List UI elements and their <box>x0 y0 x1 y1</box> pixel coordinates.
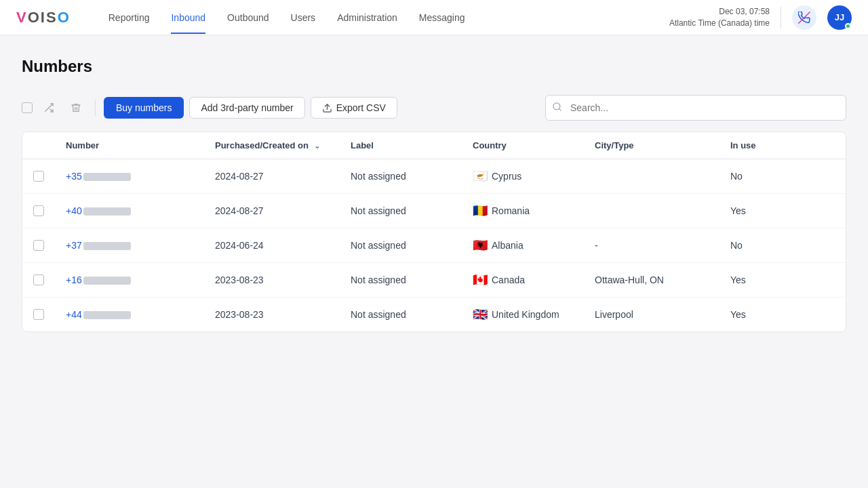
phone-icon-button[interactable] <box>792 5 816 30</box>
sort-icon: ⌄ <box>314 142 320 150</box>
row-country-4: 🇬🇧 United Kingdom <box>462 298 584 332</box>
row-country-1: 🇷🇴 Romania <box>462 194 584 228</box>
row-checkbox-cell <box>22 194 55 228</box>
row-city-0 <box>584 159 719 194</box>
numbers-table: Number Purchased/Created on ⌄ Label Coun… <box>22 131 846 332</box>
row-number-0: +35 <box>55 159 204 194</box>
navbar: VOISO Reporting Inbound Outbound Users A… <box>0 0 868 35</box>
row-country-0: 🇨🇾 Cyprus <box>462 159 584 194</box>
page-title: Numbers <box>22 57 846 76</box>
row-country-name-3: Canada <box>492 274 525 285</box>
select-all-checkbox[interactable] <box>22 102 33 113</box>
row-checkbox-2[interactable] <box>33 240 44 251</box>
row-country-3: 🇨🇦 Canada <box>462 263 584 298</box>
export-csv-label: Export CSV <box>336 102 386 113</box>
number-link-4[interactable]: +44 <box>66 309 82 320</box>
table-row: +40 2024-08-27 Not assigned 🇷🇴 Romania Y… <box>22 194 846 228</box>
datetime: Dec 03, 07:58 Atlantic Time (Canada) tim… <box>669 6 770 29</box>
row-checkbox-4[interactable] <box>33 309 44 320</box>
row-city-2: - <box>584 228 719 263</box>
export-csv-button[interactable]: Export CSV <box>311 97 397 119</box>
row-checkbox-0[interactable] <box>33 171 44 182</box>
number-link-3[interactable]: +16 <box>66 274 82 285</box>
row-label-1: Not assigned <box>340 194 462 228</box>
nav-users[interactable]: Users <box>280 1 327 34</box>
th-created[interactable]: Purchased/Created on ⌄ <box>204 132 340 159</box>
logo-s: S <box>46 9 58 26</box>
row-label-4: Not assigned <box>340 298 462 332</box>
row-country-name-4: United Kingdom <box>492 309 559 320</box>
row-checkbox-cell <box>22 228 55 263</box>
row-inuse-0: No <box>719 159 846 194</box>
table-row: +37 2024-06-24 Not assigned 🇦🇱 Albania -… <box>22 228 846 263</box>
avatar-status-badge <box>845 23 851 29</box>
number-link-1[interactable]: +40 <box>66 205 82 216</box>
row-flag-4: 🇬🇧 <box>473 307 488 322</box>
row-city-1 <box>584 194 719 228</box>
row-country-name-0: Cyprus <box>492 171 521 182</box>
page-content: Numbers Buy numbers Add 3rd-party numbe <box>0 35 868 488</box>
th-checkbox <box>22 132 55 159</box>
row-flag-3: 🇨🇦 <box>473 272 488 287</box>
search-container <box>545 95 846 121</box>
nav-reporting[interactable]: Reporting <box>98 1 161 34</box>
table-row: +35 2024-08-27 Not assigned 🇨🇾 Cyprus No <box>22 159 846 194</box>
logo-o2: O <box>58 9 71 26</box>
row-flag-2: 🇦🇱 <box>473 238 488 253</box>
search-icon <box>552 102 562 114</box>
row-country-name-1: Romania <box>492 205 530 216</box>
nav-right: Dec 03, 07:58 Atlantic Time (Canada) tim… <box>669 5 852 30</box>
nav-inbound[interactable]: Inbound <box>160 1 216 34</box>
row-country-name-2: Albania <box>492 240 524 251</box>
row-inuse-2: No <box>719 228 846 263</box>
row-number-2: +37 <box>55 228 204 263</box>
row-country-2: 🇦🇱 Albania <box>462 228 584 263</box>
th-number: Number <box>55 132 204 159</box>
add-3rdparty-label: Add 3rd-party number <box>201 102 293 113</box>
logo: VOISO <box>16 9 71 26</box>
svg-line-5 <box>559 108 561 110</box>
row-checkbox-1[interactable] <box>33 205 44 216</box>
row-label-3: Not assigned <box>340 263 462 298</box>
buy-numbers-button[interactable]: Buy numbers <box>104 97 184 119</box>
row-checkbox-3[interactable] <box>33 274 44 285</box>
nav-messaging[interactable]: Messaging <box>408 1 476 34</box>
shuffle-icon-button[interactable] <box>38 97 60 119</box>
number-redacted-3 <box>83 277 131 285</box>
row-label-0: Not assigned <box>340 159 462 194</box>
row-checkbox-cell <box>22 159 55 194</box>
th-label: Label <box>340 132 462 159</box>
row-flag-0: 🇨🇾 <box>473 169 488 184</box>
th-inuse: In use <box>719 132 846 159</box>
row-number-4: +44 <box>55 298 204 332</box>
nav-outbound[interactable]: Outbound <box>216 1 280 34</box>
row-checkbox-cell <box>22 263 55 298</box>
delete-icon-button[interactable] <box>65 97 87 119</box>
row-number-3: +16 <box>55 263 204 298</box>
number-redacted-1 <box>83 207 131 216</box>
nav-divider <box>781 7 781 28</box>
toolbar-separator <box>95 100 96 116</box>
row-date-2: 2024-06-24 <box>204 228 340 263</box>
toolbar: Buy numbers Add 3rd-party number Export … <box>22 95 846 121</box>
add-3rdparty-button[interactable]: Add 3rd-party number <box>189 97 304 119</box>
number-redacted-2 <box>83 242 131 250</box>
th-created-label: Purchased/Created on <box>215 140 309 150</box>
datetime-line2: Atlantic Time (Canada) time <box>669 18 770 29</box>
row-label-2: Not assigned <box>340 228 462 263</box>
nav-links: Reporting Inbound Outbound Users Adminis… <box>98 1 669 34</box>
table-row: +16 2023-08-23 Not assigned 🇨🇦 Canada Ot… <box>22 263 846 298</box>
row-date-0: 2024-08-27 <box>204 159 340 194</box>
logo-v: V <box>16 9 28 26</box>
search-input[interactable] <box>545 95 846 121</box>
user-avatar[interactable]: JJ <box>827 5 852 30</box>
row-date-3: 2023-08-23 <box>204 263 340 298</box>
nav-administration[interactable]: Administration <box>326 1 408 34</box>
row-city-4: Liverpool <box>584 298 719 332</box>
number-link-2[interactable]: +37 <box>66 240 82 251</box>
row-checkbox-cell <box>22 298 55 332</box>
logo-o1: O <box>28 9 41 26</box>
number-link-0[interactable]: +35 <box>66 171 82 182</box>
row-inuse-1: Yes <box>719 194 846 228</box>
table-header-row: Number Purchased/Created on ⌄ Label Coun… <box>22 132 846 159</box>
